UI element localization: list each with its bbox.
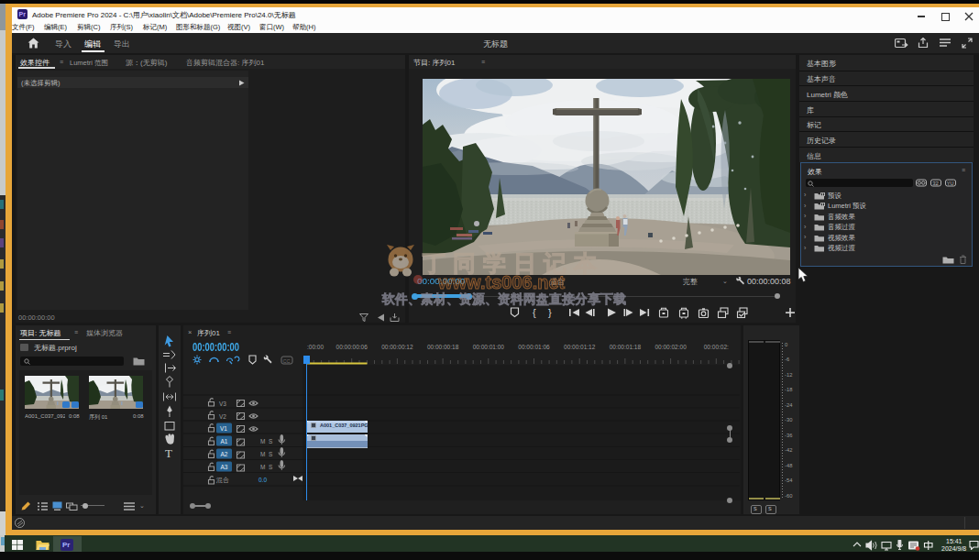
svg-text:00:00:01:18: 00:00:01:18 (610, 344, 642, 350)
svg-text:-60: -60 (785, 493, 792, 499)
svg-text:00:00:00:06: 00:00:00:06 (336, 344, 368, 350)
svg-text:00:00:00:18: 00:00:00:18 (427, 344, 459, 350)
svg-text:V1: V1 (220, 425, 227, 432)
svg-text:-42: -42 (785, 447, 792, 453)
svg-text:00:00:00:12: 00:00:00:12 (381, 344, 413, 350)
svg-text:www.ts006.net: www.ts006.net (437, 272, 566, 292)
svg-text:0.0: 0.0 (258, 477, 267, 483)
svg-text:00:00:02:00: 00:00:02:00 (654, 344, 687, 350)
svg-text:混合: 混合 (215, 477, 229, 484)
svg-text:软件、素材、资源、资料网盘直接分享下载: 软件、素材、资源、资料网盘直接分享下载 (381, 291, 626, 306)
svg-text:M: M (260, 438, 265, 445)
svg-text:00:00:01:06: 00:00:01:06 (518, 344, 550, 350)
svg-text:YU: YU (947, 181, 954, 186)
svg-text:CC: CC (283, 357, 291, 363)
svg-text:00:00:01:12: 00:00:01:12 (564, 344, 596, 350)
svg-text:32: 32 (932, 181, 939, 186)
svg-text:-6: -6 (785, 357, 789, 362)
svg-text::00:00: :00:00 (307, 344, 324, 350)
svg-text:-36: -36 (785, 433, 792, 438)
svg-text:-54: -54 (785, 478, 793, 483)
svg-text:00:00:02:: 00:00:02: (704, 344, 729, 350)
svg-text:-24: -24 (785, 402, 793, 408)
svg-text:0: 0 (785, 342, 787, 347)
svg-text:A3: A3 (221, 464, 228, 470)
svg-text:A1: A1 (221, 438, 228, 445)
svg-text:-12: -12 (785, 372, 792, 378)
svg-text:00:00:01:00: 00:00:01:00 (473, 344, 505, 350)
svg-text:-18: -18 (785, 387, 792, 392)
svg-text:-30: -30 (785, 417, 792, 423)
svg-text:T: T (165, 446, 172, 460)
svg-text:A2: A2 (221, 451, 228, 457)
svg-text:V2: V2 (219, 413, 226, 420)
svg-text:V3: V3 (219, 401, 226, 407)
svg-text:-48: -48 (785, 463, 792, 468)
svg-text:S: S (269, 438, 273, 445)
